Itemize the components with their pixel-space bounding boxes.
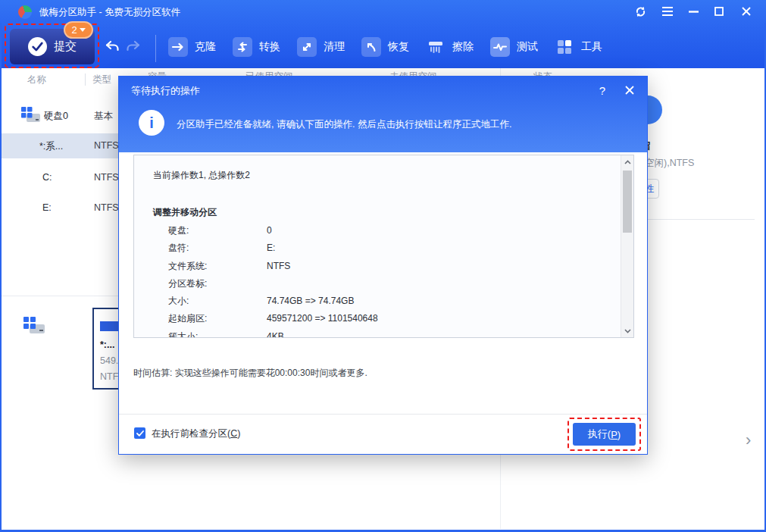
label-text: 在执行前检查分区( [152,428,230,439]
erase-icon [426,37,446,57]
scrollbar-thumb[interactable] [623,171,632,233]
pending-operations-dialog: 等待执行的操作 ? i 分区助手已经准备就绪, 请确认下面的操作. 然后点击执行… [118,76,648,455]
check-partition-checkbox[interactable] [134,427,145,439]
redo-icon[interactable] [124,38,142,56]
column-header-name[interactable]: 名称 [27,74,46,86]
operations-list[interactable]: 当前操作数1, 总操作数2 调整并移动分区 硬盘:0 盘符:E: 文件系统:NT… [133,155,634,338]
label-text: ) [237,428,240,439]
row-name: E: [42,202,52,213]
toolbar-item-clean[interactable]: 清理 [297,36,345,58]
toolbar-item-tools[interactable]: 工具 [555,36,602,58]
title-bar: 傲梅分区助手 - 免费无损分区软件 [0,0,766,23]
detail-label: 起始扇区: [168,312,267,325]
row-name: 硬盘0 [44,110,68,123]
dialog-info-text: 分区助手已经准备就绪, 请确认下面的操作. 然后点击执行按钮让程序正式地工作. [177,118,631,131]
dialog-title: 等待执行的操作 [131,84,200,98]
app-window: 傲梅分区助手 - 免费无损分区软件 [0,0,766,532]
pending-count-badge[interactable]: 2 [64,21,93,39]
check-partition-label[interactable]: 在执行前检查分区(C) [152,427,240,440]
refresh-icon[interactable] [630,2,650,20]
list-row-c[interactable]: C: NTFS [0,165,118,190]
usage-fill [100,321,120,331]
disk-icon [23,316,45,338]
menu-icon[interactable] [658,2,677,20]
toolbar-item-clone[interactable]: 克隆 [168,36,216,58]
dialog-footer-divider [119,414,647,415]
partition-fs: NTF. [100,371,120,382]
scroll-down-icon[interactable] [621,324,633,337]
info-icon: i [139,110,164,136]
partition-name: *:... [100,340,114,350]
list-row-e[interactable]: E: NTFS [0,196,118,221]
row-type: 基本 [94,110,113,123]
close-button[interactable] [736,2,756,20]
toolbar-label: 转换 [259,40,280,54]
row-type: NTFS [94,140,119,151]
detail-label: 盘符: [168,242,267,255]
toolbar-label: 工具 [581,40,602,54]
detail-value: 0 [267,225,272,236]
detail-value: 74.74GB => 74.74GB [267,296,354,306]
dialog-header: 等待执行的操作 ? i 分区助手已经准备就绪, 请确认下面的操作. 然后点击执行… [119,77,647,152]
list-row-disk0[interactable]: 硬盘0 基本 [0,104,118,129]
test-icon [490,37,510,57]
detail-label: 文件系统: [168,260,267,273]
toolbar-label: 克隆 [195,40,216,54]
dialog-help-button[interactable]: ? [594,82,611,99]
time-estimate: 时间估算: 实现这些操作可能需要花00:00:30时间或者更多. [133,367,367,380]
toolbar-label: 测试 [517,40,538,54]
button-text: ) [617,429,621,440]
clone-icon [168,37,188,57]
top-bar: 傲梅分区助手 - 免费无损分区软件 [0,0,766,68]
maximize-button[interactable] [709,2,729,20]
dialog-close-button[interactable] [621,82,638,99]
execute-button[interactable]: 执行(P) [573,423,636,446]
button-text: 执行( [588,427,611,441]
pending-count: 2 [71,24,77,36]
clean-icon [297,37,317,57]
column-separator [85,74,86,86]
app-logo-icon [18,5,32,19]
expand-chevron-icon[interactable]: › [746,430,751,450]
operation-title: 调整并移动分区 [153,206,217,219]
toolbar-label: 擦除 [452,40,474,54]
check-circle-icon [28,37,47,56]
detail-value: 4KB [267,331,284,338]
recover-icon [361,37,381,57]
undo-icon[interactable] [103,38,121,56]
detail-value: 459571200 => 1101540648 [267,313,378,324]
submit-label: 提交 [54,39,77,54]
toolbar-item-test[interactable]: 测试 [490,36,538,58]
list-row-system-reserved[interactable]: *:系... NTFS [0,133,118,158]
convert-icon [233,37,252,57]
toolbar-label: 清理 [324,40,345,54]
row-type: NTFS [94,172,119,183]
detail-value: E: [267,243,275,253]
label-accesskey: C [230,428,237,439]
row-name: *:系... [39,140,63,153]
row-name: C: [42,172,52,183]
tools-grid-icon [555,37,574,57]
detail-label: 大小: [168,295,267,308]
disk-icon [20,106,41,126]
detail-value: NTFS [267,261,290,271]
operations-summary: 当前操作数1, 总操作数2 [153,169,250,182]
toolbar-label: 恢复 [388,40,409,54]
toolbar: 克隆 转换 清理 [168,36,602,58]
column-header-type[interactable]: 类型 [92,74,111,86]
detail-label: 簇大小: [168,330,267,338]
badge-caret-icon [80,28,86,32]
toolbar-item-convert[interactable]: 转换 [233,36,280,58]
scroll-up-icon[interactable] [621,155,633,168]
detail-label: 硬盘: [168,224,267,237]
toolbar-item-recover[interactable]: 恢复 [361,36,409,58]
scrollbar[interactable] [621,155,633,337]
toolbar-item-erase[interactable]: 擦除 [426,36,474,58]
minimize-button[interactable] [683,2,703,20]
toolbar-separator [155,35,156,62]
partition-info-fragment: 空闲),NTFS [645,157,694,170]
window-title: 傲梅分区助手 - 免费无损分区软件 [39,6,180,19]
detail-label: 分区卷标: [168,277,267,290]
button-accesskey: P [611,429,617,440]
row-type: NTFS [94,202,119,213]
